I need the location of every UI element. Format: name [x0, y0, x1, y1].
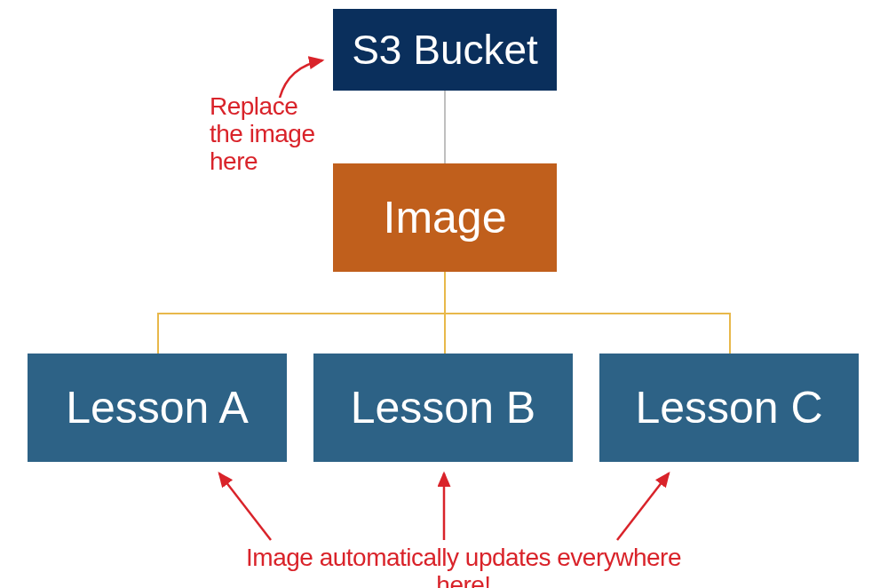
node-lesson-b-label: Lesson B [351, 382, 535, 433]
node-lesson-a: Lesson A [28, 354, 287, 462]
node-s3-label: S3 Bucket [352, 26, 538, 74]
connector-image-branch-top [444, 272, 446, 313]
connector-branch-lesson-c [729, 313, 731, 354]
arrow-updates-to-lesson-a [209, 465, 280, 544]
annotation-updates: Image automatically updates everywhere h… [233, 544, 694, 588]
annotation-replace: Replace the image here [210, 93, 334, 175]
node-image: Image [333, 163, 557, 272]
node-image-label: Image [384, 192, 507, 243]
node-lesson-b: Lesson B [313, 354, 573, 462]
arrow-updates-to-lesson-c [608, 465, 679, 544]
node-lesson-c-label: Lesson C [635, 382, 822, 433]
connector-branch-lesson-b [444, 313, 446, 354]
svg-line-2 [617, 473, 669, 540]
node-lesson-a-label: Lesson A [66, 382, 249, 433]
connector-branch-lesson-a [157, 313, 159, 354]
svg-line-0 [219, 473, 271, 540]
arrow-updates-to-lesson-b [426, 465, 462, 544]
connector-s3-to-image [444, 91, 446, 163]
node-s3-bucket: S3 Bucket [333, 9, 557, 91]
node-lesson-c: Lesson C [599, 354, 859, 462]
